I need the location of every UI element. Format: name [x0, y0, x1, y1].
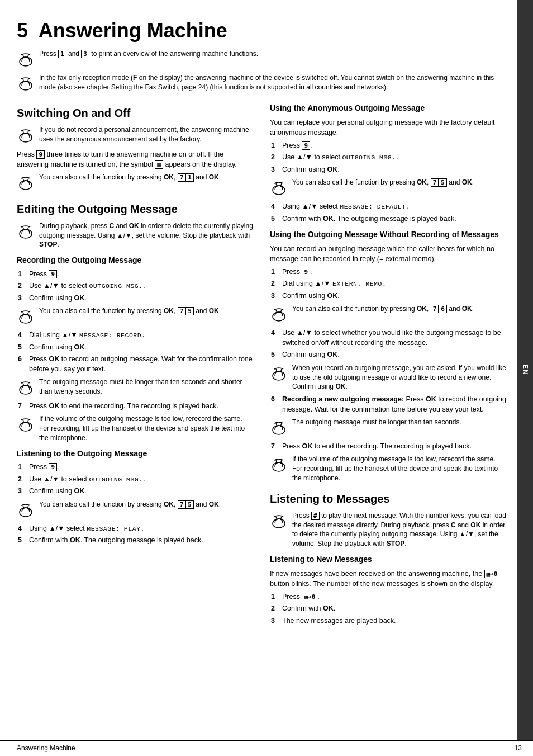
recording-steps: 1 Press 9. 2 Use ▲/▼ to select OUTGOING …: [18, 270, 253, 304]
anon-step-3: 3 Confirm using OK.: [271, 165, 506, 175]
recording-step-7: 7 Press OK to end the recording. The rec…: [18, 401, 253, 412]
phone-icon-9: [17, 500, 37, 521]
phone-icon-15: [270, 511, 290, 532]
left-column: Switching On and Off If you do not: [17, 97, 253, 628]
anon-step-5: 5 Confirm with OK. The outgoing message …: [271, 214, 506, 224]
recording-end-note: If the volume of the outgoing message is…: [17, 414, 253, 442]
recording-title: Recording the Outgoing Message: [17, 255, 253, 266]
anon-step-1: 1 Press 9.: [271, 141, 506, 151]
without-recording-title: Using the Outgoing Message Without Recor…: [270, 229, 506, 240]
anonymous-body: You can replace your personal outgoing m…: [270, 117, 506, 138]
wr-subnote-3: You can also call the function by pressi…: [270, 304, 506, 325]
phone-icon-8: [17, 414, 37, 435]
wr-step-6: 6 Recording a new outgoing message: Pres…: [271, 395, 506, 414]
phone-icon-7: [17, 377, 37, 398]
phone-icon-10: [270, 178, 290, 199]
intro-note-1: Press 1 and 3 to print an overview of th…: [17, 49, 506, 70]
phone-icon-11: [270, 304, 290, 325]
wr-step-2: 2 Dial using ▲/▼ EXTERN. MEMO.: [271, 279, 506, 289]
phone-icon-1: [17, 49, 37, 70]
phone-icon-5: [17, 221, 37, 242]
recording-step-3: 3 Confirm using OK.: [18, 294, 253, 304]
switching-title: Switching On and Off: [17, 105, 253, 121]
right-column: Using the Anonymous Outgoing Message You…: [270, 97, 506, 628]
switching-note2: You can also call the function by pressi…: [17, 173, 253, 193]
listen-step-4: 4 Using ▲/▼ select MESSAGE: PLAY.: [18, 524, 253, 534]
phone-icon-13: [270, 418, 290, 438]
wr-step-5: 5 Confirm using OK.: [271, 350, 506, 360]
wr-step-3: 3 Confirm using OK.: [271, 291, 506, 301]
recording-subnote-6: The outgoing message must be longer than…: [17, 377, 253, 398]
wr-subnote-6: The outgoing message must be longer than…: [270, 418, 506, 438]
switching-note1: If you do not record a personal announce…: [17, 125, 253, 146]
listen-subnote-3: You can also call the function by pressi…: [17, 500, 253, 521]
recording-step-5: 5 Confirm using OK.: [18, 343, 253, 353]
listen-step-3: 3 Confirm using OK.: [18, 486, 253, 497]
language-tab: EN: [517, 0, 533, 740]
listen-step-5: 5 Confirm with OK. The outgoing message …: [18, 536, 253, 546]
recording-step-6: 6 Press OK to record an outgoing message…: [18, 355, 253, 374]
wr-step-1: 1 Press 9.: [271, 267, 506, 277]
recording-step-2: 2 Use ▲/▼ to select OUTGOING MSG..: [18, 281, 253, 291]
anon-step-2: 2 Use ▲/▼ to select OUTGOING MSG..: [271, 153, 506, 163]
footer-page-number: 13: [515, 744, 522, 753]
recording-step-4: 4 Dial using ▲/▼ MESSAGE: RECORD.: [18, 330, 253, 341]
switching-body: Press 9 three times to turn the answerin…: [17, 149, 253, 169]
phone-icon-2: [17, 73, 37, 94]
anon-subnote-3: You can also call the function by pressi…: [270, 178, 506, 199]
new-msg-step-3: 3 The new messages are played back.: [271, 616, 506, 626]
wr-step-4: 4 Use ▲/▼ to select whether you would li…: [271, 328, 506, 348]
new-messages-body: If new messages have been received on th…: [270, 569, 506, 589]
intro-note-2: In the fax only reception mode (F on the…: [17, 73, 506, 94]
anon-step-4: 4 Using ▲/▼ select MESSAGE: DEFAULT.: [271, 202, 506, 212]
footer-left-text: Answering Machine: [17, 744, 75, 753]
new-msg-step-2: 2 Confirm with OK.: [271, 604, 506, 614]
phone-icon-6: [17, 306, 37, 327]
new-msg-step-1: 1 Press ▩→0.: [271, 592, 506, 602]
phone-icon-4: [17, 173, 37, 193]
editing-title: Editing the Outgoing Message: [17, 201, 253, 217]
listening-title: Listening to Messages: [270, 491, 506, 507]
main-content: 5 Answering Machine Press 1 and 3 to pri…: [0, 0, 517, 740]
listening-note1: Press # to play the next message. With t…: [270, 511, 506, 549]
chapter-title: 5 Answering Machine: [17, 17, 506, 45]
page: 5 Answering Machine Press 1 and 3 to pri…: [0, 0, 533, 756]
listening-outgoing-title: Listening to the Outgoing Message: [17, 448, 253, 460]
editing-note1: During playback, press C and OK in order…: [17, 221, 253, 249]
new-messages-title: Listening to New Messages: [270, 554, 506, 565]
listen-step-1: 1 Press 9.: [18, 462, 253, 472]
phone-icon-14: [270, 455, 290, 475]
recording-subnote-3: You can also call the function by pressi…: [17, 306, 253, 327]
wr-step-7: 7 Press OK to end the recording. The rec…: [271, 442, 506, 452]
without-recording-body: You can record an outgoing message which…: [270, 244, 506, 264]
phone-icon-12: [270, 363, 290, 384]
phone-icon-3: [17, 125, 37, 146]
listen-step-2: 2 Use ▲/▼ to select OUTGOING MSG..: [18, 475, 253, 485]
wr-end-note: If the volume of the outgoing message is…: [270, 455, 506, 483]
recording-step-1: 1 Press 9.: [18, 270, 253, 280]
page-footer: Answering Machine 13: [0, 740, 533, 756]
anonymous-title: Using the Anonymous Outgoing Message: [270, 103, 506, 114]
two-column-layout: Switching On and Off If you do not: [17, 97, 506, 628]
wr-subnote-5: When you record an outgoing message, you…: [270, 363, 506, 391]
